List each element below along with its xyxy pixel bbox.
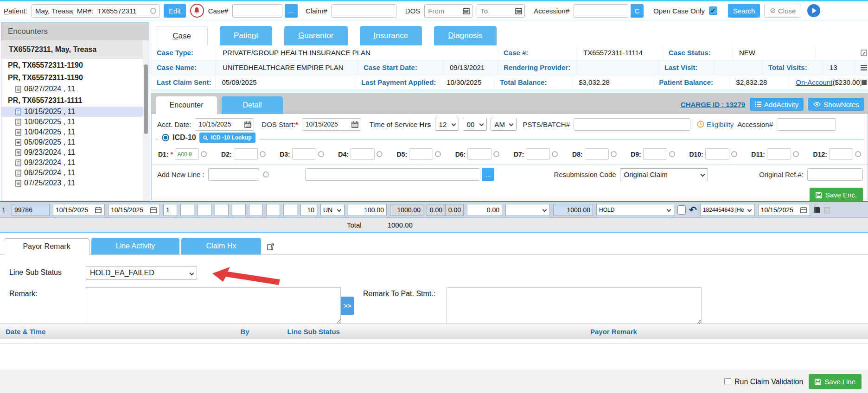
patient-ring-icon[interactable] (150, 8, 156, 14)
calendar-icon[interactable] (351, 121, 358, 128)
charge-id-link[interactable]: CHARGE ID : 13279 (681, 101, 745, 108)
run-claim-validation-checkbox[interactable] (724, 378, 731, 385)
tab-guarantor[interactable]: Guarantor (284, 26, 348, 45)
accession-input[interactable] (574, 4, 628, 18)
dx-input[interactable] (175, 148, 199, 160)
search-button[interactable]: Search (728, 4, 760, 18)
external-link-icon[interactable] (267, 243, 274, 251)
encounter-item[interactable]: 10/04/2025 , 11 (1, 127, 149, 137)
encounter-item[interactable]: 05/09/2025 , 11 (1, 137, 149, 147)
tab-patient[interactable]: Patient (220, 26, 272, 45)
line-dos-from-cell[interactable]: 10/15/2025 (53, 204, 105, 216)
dx-ring-icon[interactable] (669, 151, 675, 157)
on-account-link[interactable]: On-Account (796, 78, 832, 86)
encounter-item[interactable]: 07/25/2023 , 11 (1, 178, 149, 188)
dx-ring-icon[interactable] (855, 151, 861, 157)
modifier-cell[interactable] (232, 204, 246, 216)
tab-claim-hx[interactable]: Claim Hx (181, 238, 261, 254)
case-number-input[interactable] (232, 4, 282, 18)
dx-ring-icon[interactable] (435, 151, 441, 157)
modifier-cell[interactable] (249, 204, 263, 216)
encounter-item[interactable]: 06/25/2024 , 11 (1, 168, 149, 178)
dx-ring-icon[interactable] (201, 151, 207, 157)
line-date-cell[interactable]: 10/15/2025 (758, 204, 810, 216)
encounter-item[interactable]: 06/27/2024 , 11 (1, 84, 149, 94)
dx-input[interactable] (234, 148, 258, 160)
calendar-icon[interactable] (244, 121, 251, 128)
line-checkbox[interactable] (677, 205, 686, 215)
dx-input[interactable] (526, 148, 550, 160)
forward-remark-button[interactable]: >> (341, 297, 354, 315)
dx-input[interactable] (351, 148, 375, 160)
tab-detail[interactable]: Detail (222, 96, 283, 114)
add-new-line-desc-input[interactable] (305, 168, 480, 181)
paid-amount-cell[interactable]: 0.00 (467, 204, 502, 216)
modifier-cell[interactable] (180, 204, 194, 216)
add-line-ring-icon[interactable] (263, 171, 269, 177)
calendar-icon[interactable] (150, 207, 157, 213)
tab-line-activity[interactable]: Line Activity (91, 238, 179, 254)
claim-number-input[interactable] (332, 4, 396, 18)
psts-batch-input[interactable] (574, 118, 690, 131)
charge-amount-cell[interactable]: 1000.00 (390, 204, 423, 216)
units-cell[interactable]: 1 (163, 204, 177, 216)
row-menu-icon[interactable] (855, 65, 868, 70)
line-status-select[interactable]: HOLD (596, 204, 674, 216)
save-encounter-button[interactable]: Save Enc. (810, 188, 863, 202)
tab-diagnosis[interactable]: Diagnosis (434, 26, 497, 45)
encounter-item[interactable]: 09/23/2024 , 11 (1, 158, 149, 168)
balance-cell[interactable]: 1000.00 (553, 204, 593, 216)
ampm-select[interactable]: AM (491, 118, 517, 131)
tab-payor-remark[interactable]: Payor Remark (4, 238, 89, 255)
add-new-line-code-input[interactable] (208, 168, 259, 181)
dx-ring-icon[interactable] (260, 151, 266, 157)
calendar-icon[interactable] (463, 7, 470, 14)
tab-encounter[interactable]: Encounter (156, 96, 217, 114)
add-activity-button[interactable]: AddActivity (750, 98, 804, 111)
encounters-patient-node[interactable]: TX65572311, May, Treasa (1, 40, 149, 59)
dx-ring-icon[interactable] (731, 151, 737, 157)
accession-c-button[interactable]: C (631, 4, 644, 18)
dx-input[interactable] (467, 148, 491, 160)
add-line-lookup-button[interactable]: ... (482, 168, 495, 181)
dx-input[interactable] (705, 148, 729, 160)
alert-bell-icon[interactable] (190, 4, 204, 18)
remark-textarea[interactable] (86, 287, 341, 324)
patient-input[interactable] (32, 4, 160, 18)
adjustment-cell[interactable]: 0.00 (445, 204, 464, 216)
next-play-button[interactable] (807, 4, 820, 17)
encounter-group[interactable]: PR, TX65572311-1190 (1, 59, 149, 71)
original-ref-input[interactable] (807, 168, 863, 181)
tab-insurance[interactable]: Insurance (360, 26, 422, 45)
modifier-cell[interactable] (266, 204, 280, 216)
calendar-icon[interactable] (515, 7, 522, 14)
adjustment-cell[interactable]: 0.00 (427, 204, 445, 216)
modifier-cell[interactable] (283, 204, 297, 216)
fee-cell[interactable]: 100.00 (348, 204, 387, 216)
modifier-cell[interactable] (215, 204, 229, 216)
encounter-group[interactable]: PR, TX65572311-1111 (1, 94, 149, 107)
encounter-group[interactable]: PR, TX65572311-1190 (1, 71, 149, 84)
dx-ring-icon[interactable] (793, 151, 799, 157)
dx-input[interactable] (829, 148, 853, 160)
icd10-lookup-button[interactable]: ICD -10 Lookup (199, 133, 255, 143)
modifier-cell[interactable] (198, 204, 211, 216)
encounter-item[interactable]: 10/06/2025 , 11 (1, 117, 149, 127)
adjustment-code-select[interactable] (505, 204, 550, 216)
undo-icon[interactable]: ↶ (689, 205, 697, 215)
dx-ring-icon[interactable] (318, 151, 324, 157)
dx-ring-icon[interactable] (611, 151, 617, 157)
line-dos-to-cell[interactable]: 10/15/2025 (108, 204, 160, 216)
save-line-button[interactable]: Save Line (809, 374, 862, 389)
line-sub-status-select[interactable]: HOLD_EA_FAILED (86, 266, 197, 280)
encounters-scrollbar[interactable] (143, 40, 149, 201)
minutes-select[interactable]: 00 (463, 118, 487, 131)
close-button[interactable]: ⊘ Close (764, 4, 801, 18)
row-edit-icon[interactable] (816, 50, 868, 56)
dx-ring-icon[interactable] (377, 151, 383, 157)
detail-accession-input[interactable] (777, 118, 836, 131)
encounter-item-selected[interactable]: 10/15/2025 , 11 (1, 107, 149, 117)
dx-input[interactable] (292, 148, 316, 160)
qty-cell[interactable]: 10 (300, 204, 317, 216)
encounter-item[interactable]: 09/23/2024 , 11 (1, 147, 149, 158)
